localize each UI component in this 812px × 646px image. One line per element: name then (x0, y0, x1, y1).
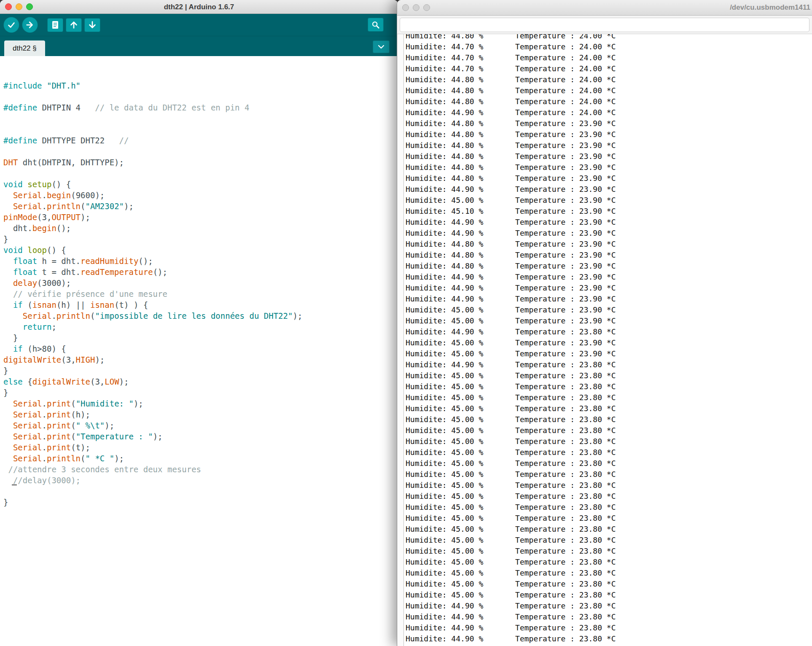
arrow-right-icon (25, 20, 35, 30)
code-line: //delay(3000); (3, 475, 398, 486)
code-line: } (3, 365, 398, 376)
serial-reading-row: Humidite: 45.00 % Temperature : 23.80 *C (406, 568, 812, 579)
arduino-window-title: dth22 | Arduino 1.6.7 (0, 0, 398, 14)
new-sketch-button[interactable] (47, 18, 63, 32)
upload-button[interactable] (22, 17, 38, 33)
arduino-titlebar: dth22 | Arduino 1.6.7 (0, 0, 398, 14)
magnifier-icon (371, 20, 380, 30)
code-line (3, 486, 398, 497)
code-line (3, 168, 398, 179)
serial-reading-row: Humidite: 44.90 % Temperature : 23.90 *C (406, 217, 812, 228)
serial-reading-row: Humidite: 45.00 % Temperature : 23.80 *C (406, 579, 812, 589)
serial-reading-row: Humidite: 45.00 % Temperature : 23.80 *C (406, 502, 812, 513)
code-line (3, 124, 398, 135)
code-line: Serial.print("Temperature : "); (3, 431, 398, 442)
code-line: Serial.println(" *C "); (3, 453, 398, 464)
tab-dth22[interactable]: dth22 § (4, 40, 45, 57)
code-line: delay(3000); (3, 277, 398, 288)
serial-reading-row: Humidite: 44.80 % Temperature : 23.90 *C (406, 261, 812, 272)
serial-reading-row: Humidite: 44.80 % Temperature : 23.90 *C (406, 250, 812, 261)
text-caret (12, 484, 17, 485)
serial-output: Humidite: 44.80 % Temperature : 24.00 *C… (404, 34, 812, 646)
serial-reading-row: Humidite: 45.00 % Temperature : 23.80 *C (406, 447, 812, 458)
serial-reading-row: Humidite: 45.00 % Temperature : 23.90 *C (406, 315, 812, 326)
serial-reading-row: Humidite: 45.00 % Temperature : 23.80 *C (406, 557, 812, 568)
tab-list-dropdown-button[interactable] (373, 40, 390, 53)
arrow-up-icon (69, 20, 78, 30)
serial-reading-row: Humidite: 44.80 % Temperature : 24.00 *C (406, 96, 812, 107)
serial-reading-row: Humidite: 44.80 % Temperature : 23.90 *C (406, 118, 812, 129)
serial-titlebar: /dev/cu.usbmodem1411 (397, 0, 812, 16)
serial-input-row (397, 16, 812, 34)
serial-reading-row: Humidite: 45.00 % Temperature : 23.90 *C (406, 348, 812, 359)
serial-reading-row: Humidite: 44.70 % Temperature : 24.00 *C (406, 41, 812, 52)
arrow-down-icon (88, 20, 97, 30)
serial-reading-row: Humidite: 45.00 % Temperature : 23.80 *C (406, 458, 812, 469)
serial-reading-row: Humidite: 45.00 % Temperature : 23.90 *C (406, 195, 812, 206)
code-line: #include "DHT.h" (3, 80, 398, 91)
code-line: } (3, 332, 398, 343)
code-line: #define DHTPIN 4 // le data du DHT22 est… (3, 102, 398, 113)
serial-reading-row: Humidite: 44.90 % Temperature : 23.90 *C (406, 272, 812, 283)
document-icon (51, 20, 59, 30)
serial-reading-row: Humidite: 44.90 % Temperature : 23.90 *C (406, 228, 812, 239)
save-sketch-button[interactable] (84, 18, 100, 32)
serial-reading-row: Humidite: 44.70 % Temperature : 24.00 *C (406, 63, 812, 74)
serial-reading-row: Humidite: 44.90 % Temperature : 23.80 *C (406, 359, 812, 370)
code-line: return; (3, 321, 398, 332)
code-line: float t = dht.readTemperature(); (3, 266, 398, 277)
code-line: //attendre 3 secondes entre deux mesures (3, 464, 398, 475)
serial-reading-row: Humidite: 44.90 % Temperature : 24.00 *C (406, 107, 812, 118)
fullscreen-button[interactable] (423, 4, 430, 11)
code-line: if (h>80) { (3, 343, 398, 354)
close-button[interactable] (402, 4, 409, 11)
code-line: void loop() { (3, 245, 398, 256)
serial-monitor-window: /dev/cu.usbmodem1411 Humidite: 44.80 % T… (397, 0, 812, 646)
serial-reading-row: Humidite: 45.00 % Temperature : 23.80 *C (406, 370, 812, 381)
serial-reading-row: Humidite: 45.00 % Temperature : 23.80 *C (406, 414, 812, 425)
arduino-ide-window: dth22 | Arduino 1.6.7 dth22 § #include "… (0, 0, 398, 646)
serial-reading-row: Humidite: 44.90 % Temperature : 23.80 *C (406, 622, 812, 633)
code-line: if (isnan(h) || isnan(t) ) { (3, 299, 398, 310)
code-line: dht.begin(); (3, 223, 398, 234)
serial-reading-row: Humidite: 45.00 % Temperature : 23.80 *C (406, 589, 812, 600)
serial-reading-row: Humidite: 44.80 % Temperature : 23.90 *C (406, 129, 812, 140)
code-line: void setup() { (3, 179, 398, 190)
check-icon (7, 20, 16, 30)
serial-reading-row: Humidite: 45.00 % Temperature : 23.80 *C (406, 469, 812, 480)
serial-monitor-button[interactable] (368, 18, 384, 32)
serial-reading-row: Humidite: 45.00 % Temperature : 23.80 *C (406, 546, 812, 557)
serial-reading-row: Humidite: 44.80 % Temperature : 23.90 *C (406, 173, 812, 184)
serial-reading-row: Humidite: 44.80 % Temperature : 23.90 *C (406, 162, 812, 173)
serial-reading-row: Humidite: 44.80 % Temperature : 23.90 *C (406, 151, 812, 162)
minimize-button[interactable] (413, 4, 419, 11)
serial-reading-row: Humidite: 45.00 % Temperature : 23.80 *C (406, 535, 812, 546)
code-line: float h = dht.readHumidity(); (3, 256, 398, 266)
code-line: // vérifie présence d'une mesure (3, 288, 398, 299)
code-line: else {digitalWrite(3,LOW); (3, 376, 398, 387)
code-line: Serial.println("impossible de lire les d… (3, 310, 398, 321)
code-editor[interactable]: #include "DHT.h" #define DHTPIN 4 // le … (0, 56, 398, 646)
serial-reading-row: Humidite: 44.90 % Temperature : 23.80 *C (406, 611, 812, 622)
serial-scrollbar[interactable] (397, 34, 404, 646)
code-area: #include "DHT.h" #define DHTPIN 4 // le … (0, 56, 398, 508)
open-sketch-button[interactable] (66, 18, 82, 32)
code-line: pinMode(3,OUTPUT); (3, 212, 398, 223)
arduino-tabbar: dth22 § (0, 36, 398, 56)
serial-reading-row: Humidite: 45.00 % Temperature : 23.80 *C (406, 513, 812, 524)
serial-reading-row: Humidite: 44.90 % Temperature : 23.80 *C (406, 644, 812, 646)
serial-send-input[interactable] (400, 18, 809, 32)
code-line: Serial.print(h); (3, 409, 398, 420)
serial-traffic-lights (402, 4, 430, 11)
serial-body: Humidite: 44.80 % Temperature : 24.00 *C… (397, 34, 812, 646)
serial-reading-row: Humidite: 45.00 % Temperature : 23.80 *C (406, 381, 812, 392)
serial-reading-row: Humidite: 44.90 % Temperature : 23.80 *C (406, 600, 812, 611)
serial-reading-row: Humidite: 44.80 % Temperature : 23.90 *C (406, 140, 812, 151)
serial-reading-row: Humidite: 44.80 % Temperature : 24.00 *C (406, 85, 812, 96)
serial-reading-row: Humidite: 45.00 % Temperature : 23.80 *C (406, 403, 812, 414)
verify-button[interactable] (3, 17, 19, 33)
code-line: Serial.begin(9600); (3, 190, 398, 201)
serial-reading-row: Humidite: 44.80 % Temperature : 24.00 *C (406, 74, 812, 85)
code-line: } (3, 387, 398, 398)
code-line (3, 113, 398, 124)
